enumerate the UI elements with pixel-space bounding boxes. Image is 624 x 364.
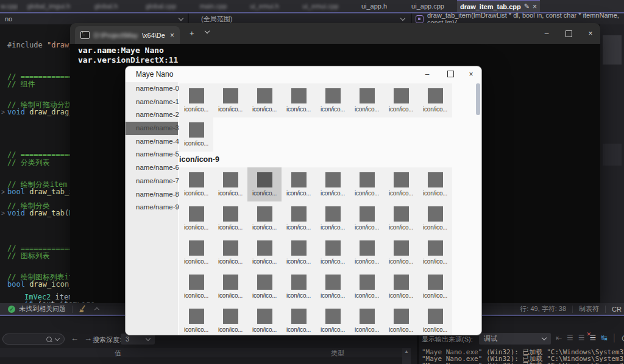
clear-all-icon[interactable]: ☰✕ xyxy=(590,334,597,342)
terminal-close-button[interactable]: × xyxy=(580,23,600,44)
tab-close-icon[interactable]: × xyxy=(533,2,537,11)
icon-grid-item-12[interactable]: icon/ico... xyxy=(282,167,316,201)
editor-tab-main.cpp[interactable]: main.cpp xyxy=(189,0,238,12)
fold-arrow-icon[interactable]: > xyxy=(1,188,5,196)
icon-grid-item-40[interactable]: icon/ico... xyxy=(418,270,452,304)
icon-grid-item-17[interactable]: icon/ico... xyxy=(179,201,213,236)
word-wrap-icon[interactable]: ↹ xyxy=(601,334,607,342)
editor-tab-global_imgui.h[interactable]: global_imgui.h xyxy=(18,0,79,12)
icon-grid-item-35[interactable]: icon/ico... xyxy=(247,270,282,304)
goto-message-icon[interactable]: ⇤ xyxy=(556,334,562,342)
icon-grid-item-28[interactable]: icon/ico... xyxy=(282,236,316,270)
dialog-minimize-button[interactable]: – xyxy=(416,66,439,82)
editor-tab-ui_app.cpp[interactable]: ui_app.cpp xyxy=(399,0,457,12)
problems-status-text[interactable]: 未找到相关问题 xyxy=(19,304,66,313)
sidebar-item-1[interactable]: name/name-1 xyxy=(126,96,178,109)
sidebar-item-6[interactable]: name/name-6 xyxy=(126,161,178,175)
icon-grid-item-22[interactable]: icon/ico... xyxy=(350,201,384,236)
icon-grid-item-23[interactable]: icon/ico... xyxy=(384,201,418,236)
icon-grid-item-24[interactable]: icon/ico... xyxy=(418,201,452,236)
editor-tab-ui_emui.cpp[interactable]: ui_emui.cpp xyxy=(291,0,350,12)
icon-grid-item-2[interactable]: icon/ico... xyxy=(247,83,282,117)
icon-grid-item-36[interactable]: icon/ico... xyxy=(282,270,316,304)
icon-grid-item-16[interactable]: icon/ico... xyxy=(418,167,452,201)
icon-grid-item-4[interactable]: icon/ico... xyxy=(316,83,350,117)
icon-grid-item-41[interactable]: icon/ico... xyxy=(179,304,213,335)
icon-grid-item-5[interactable]: icon/ico... xyxy=(350,83,384,117)
icon-grid-item-48[interactable]: icon/ico... xyxy=(418,304,452,335)
icon-grid-item-0[interactable]: icon/ico... xyxy=(179,83,213,117)
icon-grid-item-25[interactable]: icon/ico... xyxy=(179,236,213,270)
sidebar-item-4[interactable]: name/name-4 xyxy=(126,135,178,149)
icon-grid-item-15[interactable]: icon/ico... xyxy=(384,167,418,201)
terminal-tab-dropdown-icon[interactable] xyxy=(205,29,210,33)
next-message-icon[interactable]: ☰ xyxy=(578,334,585,342)
watch-scrollbar[interactable]: ▲ xyxy=(402,348,411,364)
icon-grid-item-1[interactable]: icon/ico... xyxy=(213,83,247,117)
previous-message-icon[interactable]: ☰ xyxy=(567,334,573,342)
icon-grid-item-19[interactable]: icon/ico... xyxy=(247,201,282,236)
tabs-mode-indicator[interactable]: 制表符 xyxy=(579,304,599,313)
icon-grid-item-10[interactable]: icon/ico... xyxy=(213,167,247,201)
editor-tab-global.h[interactable]: global.h xyxy=(79,0,133,12)
chevron-up-icon[interactable] xyxy=(94,307,99,312)
icon-grid-item-30[interactable]: icon/ico... xyxy=(350,236,384,270)
sidebar-item-0[interactable]: name/name-0 xyxy=(126,82,178,96)
icon-grid-item-44[interactable]: icon/ico... xyxy=(282,304,316,335)
icon-grid-item-45[interactable]: icon/ico... xyxy=(316,304,350,335)
icon-grid-item-21[interactable]: icon/ico... xyxy=(316,201,350,236)
fold-arrow-icon[interactable]: > xyxy=(1,108,5,116)
editor-tab-w.cpp[interactable]: w.cpp xyxy=(0,0,18,12)
icon-grid-item-6[interactable]: icon/ico... xyxy=(384,83,418,117)
icon-grid-item-8[interactable]: icon/ico... xyxy=(179,117,213,152)
icon-grid-item-38[interactable]: icon/ico... xyxy=(350,270,384,304)
search-next-arrow[interactable]: → xyxy=(84,334,92,343)
sidebar-item-9[interactable]: name/name-9 xyxy=(126,201,178,214)
terminal-tab-close-icon[interactable]: × xyxy=(170,31,174,40)
maye-nano-dialog[interactable]: Maye Nano – × name/name-0name/name-1name… xyxy=(125,66,482,335)
fold-arrow-icon[interactable]: > xyxy=(1,209,5,217)
icon-grid-item-34[interactable]: icon/ico... xyxy=(213,270,247,304)
dialog-close-button[interactable]: × xyxy=(459,66,482,82)
icon-grid-item-11[interactable]: icon/ico... xyxy=(247,167,282,201)
editor-tab-ui_app.h[interactable]: ui_app.h xyxy=(350,0,399,12)
terminal-minimize-button[interactable]: – xyxy=(536,23,558,44)
icon-grid-item-42[interactable]: icon/ico... xyxy=(213,304,247,335)
icon-grid-item-26[interactable]: icon/ico... xyxy=(213,236,247,270)
dialog-maximize-button[interactable] xyxy=(439,66,462,82)
sidebar-item-5[interactable]: name/name-5 xyxy=(126,148,178,161)
icon-grid-item-20[interactable]: icon/ico... xyxy=(282,201,316,236)
eol-indicator[interactable]: CR xyxy=(612,306,622,313)
icon-grid-item-14[interactable]: icon/ico... xyxy=(350,167,384,201)
history-clock-icon[interactable]: ◷ xyxy=(622,334,624,342)
icon-grid-item-32[interactable]: icon/ico... xyxy=(418,236,452,270)
icon-grid-item-46[interactable]: icon/ico... xyxy=(350,304,384,335)
dialog-scrollbar-thumb[interactable] xyxy=(476,83,480,115)
terminal-maximize-button[interactable] xyxy=(558,23,580,44)
sidebar-item-3[interactable]: name/name-3 xyxy=(126,122,178,135)
sidebar-item-8[interactable]: name/name-8 xyxy=(126,188,178,201)
icon-grid-item-9[interactable]: icon/ico... xyxy=(179,167,213,201)
terminal-title-bar[interactable]: D:\Project\Maye Nano \x64\De × + – × xyxy=(70,23,600,44)
icon-grid-item-33[interactable]: icon/ico... xyxy=(179,270,213,304)
editor-tab-global.cpp[interactable]: global.cpp xyxy=(133,0,189,12)
icon-grid-item-43[interactable]: icon/ico... xyxy=(247,304,282,335)
value-column-header[interactable]: 值 xyxy=(115,349,121,358)
chevron-down-icon[interactable] xyxy=(55,335,60,340)
editor-tab-ui_emui.h[interactable]: ui_emui.h xyxy=(238,0,291,12)
editor-scrollbar-thumb[interactable] xyxy=(603,35,622,65)
icon-grid-item-29[interactable]: icon/ico... xyxy=(316,236,350,270)
icon-grid-item-3[interactable]: icon/ico... xyxy=(282,83,316,117)
output-source-dropdown[interactable]: 调试 xyxy=(479,333,551,345)
icon-grid-item-31[interactable]: icon/ico... xyxy=(384,236,418,270)
icon-grid-item-47[interactable]: icon/ico... xyxy=(384,304,418,335)
sidebar-item-7[interactable]: name/name-7 xyxy=(126,175,178,188)
icon-grid-item-13[interactable]: icon/ico... xyxy=(316,167,350,201)
sidebar-item-2[interactable]: name/name-2 xyxy=(126,108,178,122)
icon-grid-item-7[interactable]: icon/ico... xyxy=(418,83,452,117)
editor-scrollbar[interactable] xyxy=(600,24,624,303)
icon-grid-item-18[interactable]: icon/ico... xyxy=(213,201,247,236)
icon-grid-item-27[interactable]: icon/ico... xyxy=(247,236,282,270)
line-char-indicator[interactable]: 行: 49, 字符: 38 xyxy=(520,304,566,313)
icon-grid-item-37[interactable]: icon/ico... xyxy=(316,270,350,304)
